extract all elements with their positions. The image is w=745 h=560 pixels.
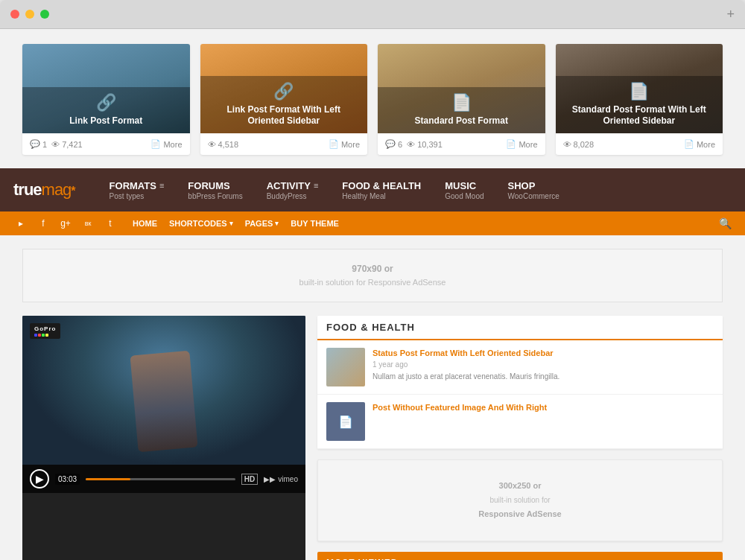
card-image-1: 🔗 Link Post Format [22, 44, 190, 133]
card-meta-4: 👁 8,028 📄 More [556, 133, 723, 155]
video-progress-fill [86, 478, 130, 480]
doc-icon-card4-more: 📄 [684, 139, 694, 149]
rss-icon[interactable]: ▸ [13, 216, 28, 231]
comment-icon-3: 💬 [385, 139, 396, 149]
new-tab-button[interactable]: + [726, 7, 735, 21]
nav-label-activity: ACTIVITY ≡ [267, 180, 319, 191]
nav-label-food-health: FOOD & HEALTH [342, 180, 421, 191]
ad-banner-top: 970x90 or built-in solution for Responsi… [22, 249, 723, 302]
social-icons: ▸ f g+ вк t [13, 216, 118, 231]
doc-icon-2: 📄 [329, 139, 339, 149]
search-icon[interactable]: 🔍 [719, 217, 732, 229]
google-plus-icon[interactable]: g+ [58, 216, 73, 231]
card-standard-post[interactable]: 📄 Standard Post Format 💬 6 👁 10,391 [378, 44, 545, 155]
panel-item-content-2: Post Without Featured Image And With Rig… [372, 402, 714, 441]
gopro-badge: GoPro [30, 323, 60, 339]
twitter-icon[interactable]: t [103, 216, 118, 231]
panel-item-1: Status Post Format With Left Oriented Si… [317, 340, 723, 395]
panel-thumb-image-1 [326, 348, 365, 386]
nav-label-forums: FORUMS [188, 180, 242, 191]
nav-item-shop[interactable]: SHOP WooCommerce [496, 168, 571, 211]
card-link-post-sidebar[interactable]: 🔗 Link Post Format With Left Oriented Si… [200, 44, 368, 155]
nav-item-activity[interactable]: ACTIVITY ≡ BuddyPress [255, 168, 331, 211]
gopro-dot-4 [45, 334, 48, 337]
card-meta-1: 💬 1 👁 7,421 📄 More [22, 133, 190, 155]
comment-icon-1: 💬 [30, 139, 40, 149]
gopro-dots [34, 334, 56, 337]
maximize-button[interactable] [40, 10, 49, 19]
card-meta-3: 💬 6 👁 10,391 📄 More [378, 133, 545, 155]
play-button[interactable]: ▶ [30, 469, 49, 489]
nav-item-forums[interactable]: FORUMS bbPress Forums [176, 168, 254, 211]
nav-label-formats: FORMATS ≡ [110, 180, 165, 191]
card-title-2: Link Post Format With Left Oriented Side… [208, 104, 361, 127]
nav-sub-formats: Post types [110, 192, 165, 200]
panel-thumb-1 [326, 348, 365, 386]
eye-icon-1: 👁 [51, 140, 60, 149]
video-progress-bar[interactable] [86, 478, 235, 480]
nav-sub-food-health: Healthy Meal [342, 192, 421, 200]
views-count-3: 10,391 [417, 140, 443, 149]
more-link-4[interactable]: 📄 More [684, 139, 715, 149]
more-link-2[interactable]: 📄 More [329, 139, 360, 149]
sub-nav-home[interactable]: HOME [133, 219, 157, 228]
sub-nav-pages[interactable]: PAGES ▾ [245, 219, 279, 228]
hamburger-icon-activity: ≡ [314, 181, 318, 190]
link-icon-2: 🔗 [208, 82, 361, 101]
browser-toolbar: + [0, 0, 745, 29]
panel-item-content-1: Status Post Format With Left Oriented Si… [372, 348, 714, 386]
facebook-icon[interactable]: f [36, 216, 51, 231]
navbar: truemag* FORMATS ≡ Post types FORUMS bbP… [0, 168, 745, 211]
vk-icon[interactable]: вк [80, 216, 95, 231]
nav-sub-music: Good Mood [445, 192, 484, 200]
video-skater-figure [130, 351, 197, 452]
nav-sub-shop: WooCommerce [508, 192, 559, 200]
doc-icon-card4: 📄 [563, 82, 716, 101]
views-meta-3: 👁 10,391 [407, 140, 443, 149]
card-standard-post-sidebar[interactable]: 📄 Standard Post Format With Left Oriente… [556, 44, 723, 155]
most-viewed-panel: MOST VIEWED [317, 552, 723, 560]
views-meta-1: 👁 7,421 [51, 140, 83, 149]
gopro-dot-2 [38, 334, 41, 337]
sub-nav-shortcodes[interactable]: SHORTCODES ▾ [169, 219, 233, 228]
cards-row: 🔗 Link Post Format 💬 1 👁 7,421 [22, 44, 723, 155]
link-icon-1: 🔗 [30, 93, 183, 112]
sidebar-panels: FOOD & HEALTH Status Post Format With Le… [317, 316, 723, 560]
sub-nav-buy-theme[interactable]: BUY THEME [291, 219, 339, 228]
card-title-4: Standard Post Format With Left Oriented … [563, 104, 716, 127]
card-overlay-3: 📄 Standard Post Format [378, 87, 545, 133]
card-overlay-2: 🔗 Link Post Format With Left Oriented Si… [200, 76, 368, 133]
ad-text: 970x90 or built-in solution for Responsi… [299, 262, 446, 290]
food-health-header: FOOD & HEALTH [317, 316, 723, 340]
more-link-3[interactable]: 📄 More [506, 139, 537, 149]
views-count-4: 8,028 [574, 140, 595, 149]
panel-item-title-1[interactable]: Status Post Format With Left Oriented Si… [372, 348, 714, 358]
video-quality-badge: HD [241, 474, 258, 485]
nav-item-music[interactable]: MUSIC Good Mood [433, 168, 495, 211]
nav-sub-forums: bbPress Forums [188, 192, 242, 200]
panel-item-title-2[interactable]: Post Without Featured Image And With Rig… [372, 402, 714, 413]
views-count-1: 7,421 [62, 140, 83, 149]
nav-item-formats[interactable]: FORMATS ≡ Post types [98, 168, 177, 211]
eye-icon-4: 👁 [563, 140, 571, 149]
content-area: GoPro ▶ 03:03 [0, 316, 745, 560]
more-link-1[interactable]: 📄 More [150, 139, 182, 149]
views-meta-4: 👁 8,028 [563, 140, 595, 149]
nav-item-food-health[interactable]: FOOD & HEALTH Healthy Meal [330, 168, 433, 211]
nav-label-music: MUSIC [445, 180, 484, 191]
video-image: GoPro [22, 316, 305, 465]
panel-item-date-1: 1 year ago [372, 360, 714, 369]
chevron-down-icon-shortcodes: ▾ [229, 220, 233, 227]
food-health-panel: FOOD & HEALTH Status Post Format With Le… [317, 316, 723, 449]
video-time: 03:03 [55, 474, 80, 485]
doc-icon-1: 📄 [150, 139, 161, 149]
card-title-1: Link Post Format [30, 115, 183, 127]
comment-count-3: 6 [398, 140, 402, 149]
close-button[interactable] [10, 10, 19, 19]
panel-item-2: 📄 Post Without Featured Image And With R… [317, 395, 723, 449]
card-link-post[interactable]: 🔗 Link Post Format 💬 1 👁 7,421 [22, 44, 190, 155]
nav-label-shop: SHOP [508, 180, 559, 191]
views-count-2: 4,518 [218, 140, 239, 149]
site-logo[interactable]: truemag* [13, 180, 75, 200]
minimize-button[interactable] [25, 10, 34, 19]
